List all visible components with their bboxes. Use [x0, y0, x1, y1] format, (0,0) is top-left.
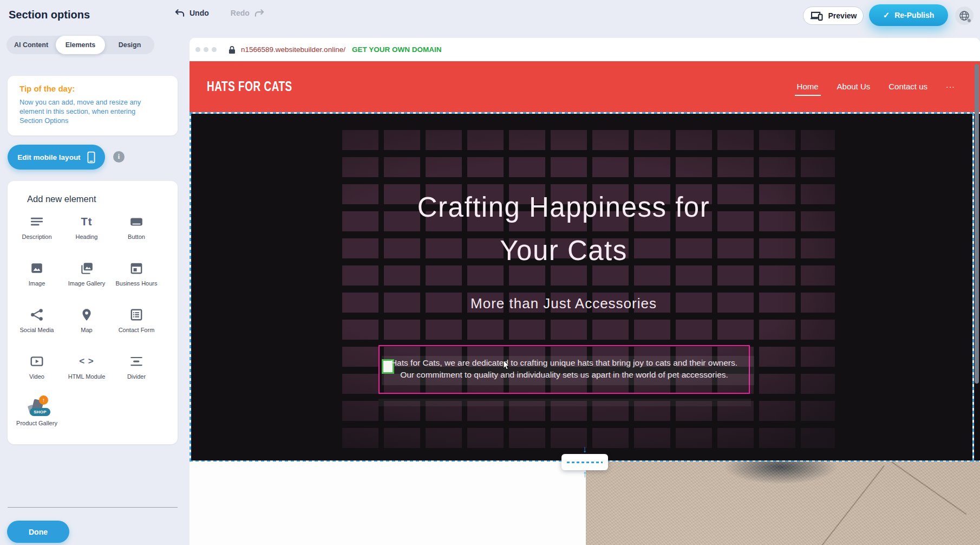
section-selection-border-left — [190, 113, 191, 462]
button-icon — [129, 212, 143, 231]
arrow-up-icon: ↑ — [561, 471, 608, 478]
element-label: Contact Form — [114, 327, 159, 334]
nav-about-us[interactable]: About Us — [837, 82, 871, 91]
edit-mobile-layout-button[interactable]: Edit mobile layout — [8, 145, 105, 170]
site-url[interactable]: n1566589.websitebuilder.online/ — [241, 46, 345, 54]
phone-icon — [87, 151, 95, 164]
preview-button[interactable]: Preview — [803, 7, 864, 25]
image-gallery-icon — [80, 259, 94, 277]
element-video[interactable]: Video — [12, 352, 62, 399]
element-divider[interactable]: Divider — [112, 352, 161, 399]
tip-body: Now you can add, move and resize any ele… — [19, 98, 159, 125]
preview-label: Preview — [828, 11, 857, 20]
html-module-icon: < > — [79, 352, 94, 371]
element-label: Video — [14, 373, 60, 380]
element-map[interactable]: Map — [62, 306, 112, 352]
heading-icon: Tt — [81, 212, 93, 231]
section-resize-handle[interactable]: ↓ ↑ — [561, 454, 608, 470]
map-pin-icon — [80, 306, 94, 324]
page-title: Section options — [9, 9, 90, 21]
info-glyph: i — [118, 153, 120, 161]
arrow-down-icon: ↓ — [561, 446, 608, 453]
tip-title: Tip of the day: — [19, 84, 75, 93]
site-header[interactable]: HATS FOR CATS Home About Us Contact us ·… — [190, 61, 980, 113]
element-label: Product Gallery — [14, 420, 60, 427]
sidebar-tabs: AI Content Elements Design — [6, 36, 154, 54]
element-button[interactable]: Button — [112, 212, 161, 259]
window-dots — [195, 47, 217, 52]
social-media-icon — [30, 306, 44, 324]
element-label: Description — [14, 233, 60, 241]
element-heading[interactable]: Tt Heading — [62, 212, 112, 259]
app-window: Section options Undo Redo Preview ✓ Re-P… — [0, 0, 980, 545]
sidebar-divider — [8, 507, 178, 508]
hero-heading[interactable]: Crafting Happiness for Your Cats — [190, 186, 938, 272]
get-domain-link[interactable]: GET YOUR OWN DOMAIN — [352, 46, 442, 54]
description-icon — [30, 212, 44, 231]
redo-icon — [254, 9, 265, 17]
element-business-hours[interactable]: Business Hours — [112, 259, 161, 306]
site-preview-window: n1566589.websitebuilder.online/ GET YOUR… — [190, 38, 980, 545]
browser-bar: n1566589.websitebuilder.online/ GET YOUR… — [190, 38, 980, 61]
done-button[interactable]: Done — [7, 521, 69, 543]
divider-icon — [129, 352, 143, 371]
scrollbar-thumb[interactable] — [975, 64, 979, 384]
element-grid: Description Tt Heading Button Image Imag… — [12, 212, 161, 445]
add-element-title: Add new element — [27, 194, 96, 204]
undo-redo-group: Undo Redo — [174, 9, 265, 17]
paving-texture — [586, 462, 980, 545]
tab-elements[interactable]: Elements — [56, 36, 105, 54]
element-label: Image — [14, 280, 60, 287]
mouse-cursor — [503, 360, 511, 373]
shop-badge: SHOP — [30, 408, 50, 416]
section-selection-border-right — [972, 113, 974, 462]
hero-section[interactable]: Crafting Happiness for Your Cats More th… — [190, 113, 980, 462]
globe-status-dot — [967, 18, 971, 23]
section-selection-border-top — [190, 112, 980, 114]
site-nav: Home About Us Contact us ··· — [797, 82, 955, 91]
resize-dashed-line — [567, 462, 603, 463]
element-image[interactable]: Image — [12, 259, 62, 306]
image-icon — [30, 259, 44, 277]
next-section-white-area[interactable] — [190, 462, 586, 545]
republish-button[interactable]: ✓ Re-Publish — [869, 4, 948, 26]
element-label: Business Hours — [114, 280, 159, 287]
element-contact-form[interactable]: Contact Form — [112, 306, 161, 352]
selection-band-shadow — [378, 399, 751, 406]
element-social-media[interactable]: Social Media — [12, 306, 62, 352]
next-section-image[interactable] — [586, 462, 980, 545]
hero-paragraph[interactable]: Hats for Cats, we are dedicated to craft… — [380, 357, 749, 381]
contact-form-icon — [129, 306, 143, 324]
lock-icon — [228, 46, 236, 54]
undo-button[interactable]: Undo — [190, 9, 209, 17]
element-label: HTML Module — [64, 373, 109, 380]
tab-ai-content[interactable]: AI Content — [6, 36, 56, 54]
video-icon — [30, 352, 44, 371]
element-description[interactable]: Description — [12, 212, 62, 259]
language-globe-button[interactable] — [955, 7, 974, 25]
product-gallery-icon: ↑ SHOP — [28, 399, 46, 417]
redo-button[interactable]: Redo — [231, 9, 250, 17]
nav-home[interactable]: Home — [797, 82, 819, 91]
element-html-module[interactable]: < > HTML Module — [62, 352, 112, 399]
hero-text-block: Crafting Happiness for Your Cats More th… — [190, 113, 980, 312]
done-label: Done — [29, 528, 48, 536]
tab-design[interactable]: Design — [105, 36, 154, 54]
upload-arrow-badge: ↑ — [39, 395, 48, 405]
selected-text-element[interactable]: Hats for Cats, we are dedicated to craft… — [378, 345, 750, 394]
element-label: Image Gallery — [64, 280, 109, 287]
check-icon: ✓ — [883, 10, 890, 20]
hero-subheading[interactable]: More than Just Accessories — [190, 295, 938, 312]
nav-more-menu[interactable]: ··· — [946, 82, 955, 91]
site-logo[interactable]: HATS FOR CATS — [207, 79, 292, 95]
devices-icon — [810, 11, 824, 21]
element-label: Divider — [114, 373, 159, 380]
element-image-gallery[interactable]: Image Gallery — [62, 259, 112, 306]
undo-icon — [174, 9, 185, 17]
element-label: Button — [114, 233, 159, 241]
element-label: Heading — [64, 233, 109, 241]
nav-contact-us[interactable]: Contact us — [888, 82, 927, 91]
element-product-gallery[interactable]: ↑ SHOP Product Gallery — [12, 399, 62, 445]
info-icon[interactable]: i — [113, 151, 125, 163]
edit-mobile-label: Edit mobile layout — [17, 153, 80, 161]
